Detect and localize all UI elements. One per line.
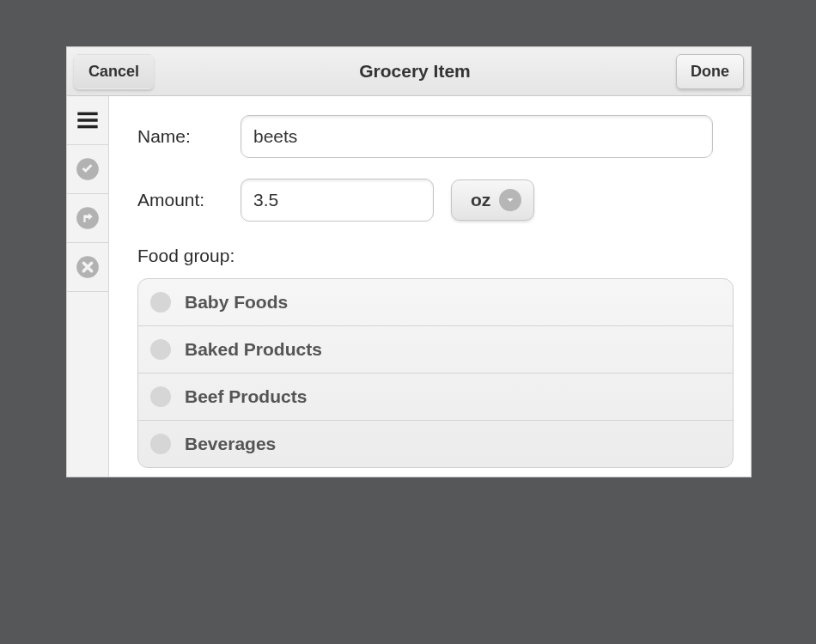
check-circle-icon [76, 157, 100, 181]
svg-rect-1 [77, 118, 97, 122]
amount-input[interactable] [241, 179, 434, 222]
list-item[interactable]: Baked Products [138, 326, 733, 374]
share-icon [76, 206, 100, 230]
chevron-down-icon [499, 189, 521, 211]
amount-label: Amount: [137, 190, 241, 210]
name-row: Name: [137, 115, 734, 158]
radio-icon [150, 292, 171, 313]
svg-rect-2 [77, 125, 97, 129]
list-item-label: Baked Products [185, 339, 322, 360]
list-item[interactable]: Baby Foods [138, 279, 733, 326]
radio-icon [150, 386, 171, 407]
sidebar-check-button[interactable] [67, 145, 108, 194]
food-group-label: Food group: [137, 246, 734, 266]
list-item[interactable]: Beverages [138, 421, 733, 467]
sidebar-menu-button[interactable] [67, 96, 108, 145]
cancel-button[interactable]: Cancel [74, 54, 154, 89]
list-item-label: Beverages [185, 434, 276, 454]
name-input[interactable] [241, 115, 713, 158]
dialog-title: Grocery Item [359, 61, 471, 82]
radio-icon [150, 339, 171, 360]
svg-rect-0 [77, 112, 97, 116]
sidebar [67, 96, 109, 477]
sidebar-share-button[interactable] [67, 194, 108, 243]
close-circle-icon [76, 255, 100, 279]
hamburger-icon [76, 108, 100, 132]
list-item-label: Baby Foods [185, 292, 288, 313]
list-item[interactable]: Beef Products [138, 374, 733, 421]
unit-select-button[interactable]: oz [451, 179, 534, 221]
food-group-list: Baby Foods Baked Products Beef Products … [137, 278, 734, 468]
done-button[interactable]: Done [676, 54, 744, 89]
sidebar-close-button[interactable] [67, 243, 108, 292]
amount-row: Amount: oz [137, 179, 734, 222]
name-label: Name: [137, 126, 241, 147]
dialog-header: Cancel Grocery Item Done [67, 47, 751, 96]
grocery-item-dialog: Cancel Grocery Item Done Name: [67, 47, 751, 477]
unit-label: oz [471, 190, 490, 210]
list-item-label: Beef Products [185, 386, 307, 407]
radio-icon [150, 434, 171, 454]
form-area: Name: Amount: oz Food group: Baby Foods [109, 96, 751, 477]
dialog-body: Name: Amount: oz Food group: Baby Foods [67, 96, 751, 477]
